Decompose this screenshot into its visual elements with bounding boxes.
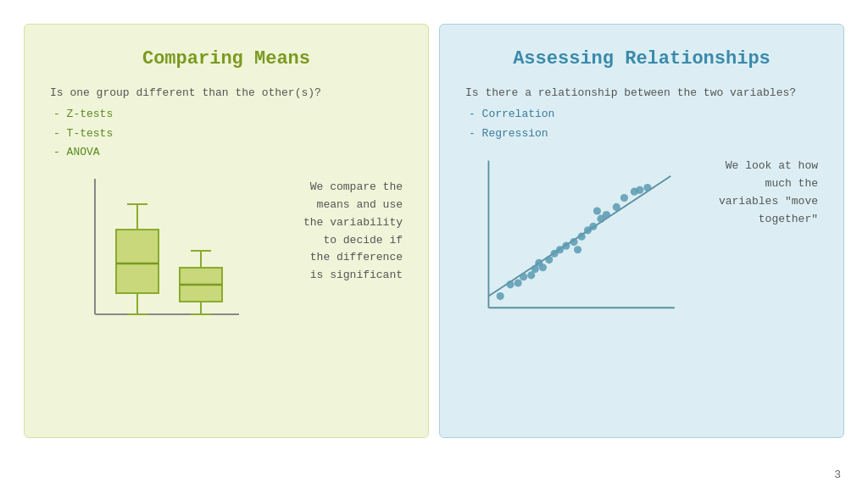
boxplot-svg — [50, 170, 259, 340]
svg-point-24 — [545, 256, 553, 263]
right-panel-body: Is there a relationship between the two … — [465, 85, 818, 142]
left-list-item-3: ANOVA — [53, 144, 403, 162]
svg-point-28 — [570, 238, 577, 246]
right-list-item-2: Regression — [469, 125, 818, 143]
svg-point-18 — [506, 281, 514, 289]
right-list-item-1: Correlation — [469, 106, 818, 124]
right-question: Is there a relationship between the two … — [465, 85, 818, 103]
page-number: 3 — [0, 469, 868, 488]
svg-point-29 — [578, 233, 586, 241]
svg-rect-4 — [116, 230, 159, 293]
left-panel: Comparing Means Is one group different t… — [24, 24, 429, 438]
right-content-area: We look at howmuch thevariables "movetog… — [465, 149, 818, 327]
svg-point-39 — [535, 259, 542, 267]
right-side-text: We look at howmuch thevariables "movetog… — [682, 158, 818, 327]
right-list: Correlation Regression — [469, 106, 818, 143]
svg-point-19 — [515, 280, 522, 287]
svg-point-20 — [520, 274, 527, 281]
svg-point-27 — [562, 242, 570, 250]
svg-point-31 — [589, 223, 597, 230]
svg-point-38 — [643, 184, 651, 191]
left-side-text: We compare themeans and usethe variabili… — [267, 179, 403, 340]
svg-point-40 — [574, 247, 581, 254]
left-list-item-2: T-tests — [53, 125, 403, 143]
left-content-area: We compare themeans and usethe variabili… — [50, 170, 403, 340]
svg-point-33 — [603, 211, 610, 219]
scatter-svg — [465, 149, 682, 327]
left-list-item-1: Z-tests — [53, 106, 403, 124]
left-panel-title: Comparing Means — [50, 48, 403, 69]
svg-point-34 — [613, 203, 620, 211]
svg-point-17 — [497, 292, 504, 300]
right-panel: Assessing Relationships Is there a relat… — [439, 24, 844, 438]
svg-point-35 — [620, 194, 628, 202]
left-question: Is one group different than the other(s)… — [50, 85, 403, 103]
slide-container: Comparing Means Is one group different t… — [0, 0, 868, 469]
right-panel-title: Assessing Relationships — [465, 48, 818, 69]
left-list: Z-tests T-tests ANOVA — [53, 106, 403, 162]
left-panel-body: Is one group different than the other(s)… — [50, 85, 403, 162]
svg-point-37 — [636, 186, 643, 194]
svg-point-41 — [593, 208, 601, 215]
scatter-plot-area — [465, 149, 682, 327]
box-plot-area — [50, 170, 259, 340]
